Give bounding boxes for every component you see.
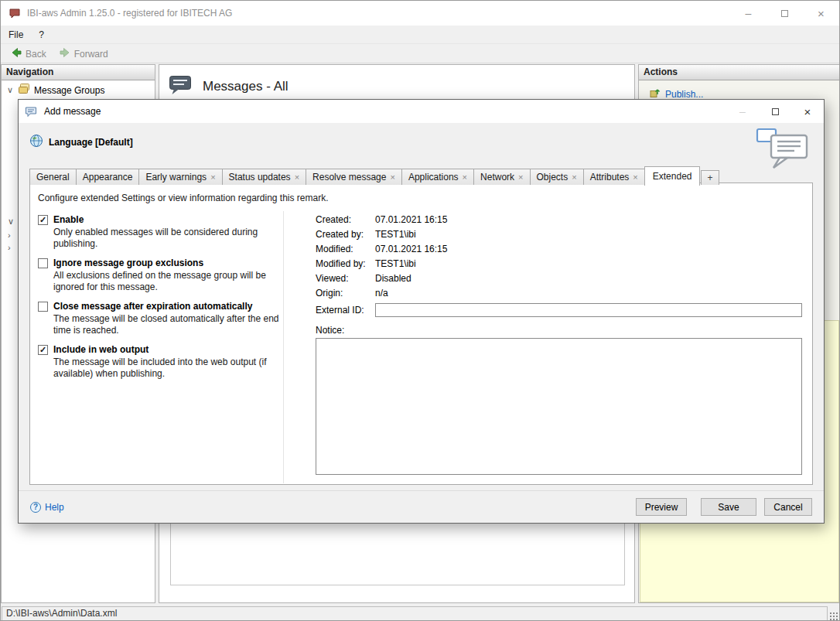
include-web-output-checkbox[interactable]: ✓ <box>38 345 48 355</box>
tab-close-icon[interactable]: × <box>295 173 299 181</box>
tab-general[interactable]: General <box>29 169 77 185</box>
external-id-label: External ID: <box>316 305 375 316</box>
forward-button[interactable]: Forward <box>54 45 113 63</box>
external-id-input[interactable] <box>375 303 802 317</box>
tab-label: Network <box>480 172 514 183</box>
tab-label: Status updates <box>229 172 291 183</box>
navigation-header: Navigation <box>2 65 155 80</box>
info-label: Modified by: <box>316 258 375 269</box>
option-description: The message will be included into the we… <box>53 357 281 380</box>
info-label: Created by: <box>316 229 375 240</box>
close-button[interactable]: × <box>803 1 839 26</box>
window-titlebar: IBI-aws Admin 1.25.0 - registered for IB… <box>1 1 839 26</box>
tab-attributes[interactable]: Attributes× <box>583 169 645 185</box>
dialog-controls: – × <box>726 100 824 123</box>
tab-resolve-message[interactable]: Resolve message× <box>306 169 402 185</box>
tab-label: Objects <box>537 172 569 183</box>
info-row-created: Created:07.01.2021 16:15 <box>316 214 802 229</box>
info-column: Created:07.01.2021 16:15 Created by:TEST… <box>316 214 802 477</box>
info-row-modified: Modified:07.01.2021 16:15 <box>316 244 802 258</box>
help-icon: ? <box>30 502 41 513</box>
tab-status-updates[interactable]: Status updates× <box>222 169 307 185</box>
help-label: Help <box>45 502 64 513</box>
tab-close-icon[interactable]: × <box>390 173 394 181</box>
window-title: IBI-aws Admin 1.25.0 - registered for IB… <box>27 8 232 19</box>
dialog-buttons: Preview Save Cancel <box>636 498 812 516</box>
forward-label: Forward <box>74 49 108 60</box>
forward-arrow-icon <box>59 46 71 61</box>
close-icon: × <box>804 105 811 118</box>
option-label: Enable <box>53 214 281 225</box>
tab-extended[interactable]: Extended <box>644 166 701 186</box>
tab-label: Appearance <box>83 172 133 183</box>
menu-file[interactable]: File <box>1 26 31 43</box>
dialog-maximize-button[interactable] <box>759 100 791 123</box>
notice-textarea[interactable] <box>316 338 802 475</box>
info-value: TEST1\ibi <box>375 229 416 240</box>
option-ignore-exclusions: Ignore message group exclusions All excl… <box>38 258 281 293</box>
preview-button[interactable]: Preview <box>636 498 687 516</box>
back-button[interactable]: Back <box>5 45 51 63</box>
chevron-down-icon[interactable]: ∨ <box>6 85 14 95</box>
tree-item-label: Message Groups <box>34 85 104 96</box>
info-value: 07.01.2021 16:15 <box>375 244 447 254</box>
info-value: n/a <box>375 288 388 299</box>
external-id-row: External ID: <box>316 302 802 317</box>
tab-close-icon[interactable]: × <box>210 173 215 181</box>
save-button[interactable]: Save <box>701 498 756 516</box>
tab-close-icon[interactable]: × <box>633 173 637 181</box>
info-row-modified-by: Modified by:TEST1\ibi <box>316 258 802 273</box>
cancel-button[interactable]: Cancel <box>764 498 812 516</box>
tab-label: Extended <box>653 171 692 182</box>
minimize-button[interactable]: – <box>730 1 767 26</box>
add-message-dialog: Add message – × Language [Default] Gener… <box>18 99 825 524</box>
help-link[interactable]: ? Help <box>30 502 64 513</box>
globe-icon <box>29 134 43 150</box>
info-label: Modified: <box>316 244 375 254</box>
menu-help[interactable]: ? <box>31 26 52 43</box>
enable-checkbox[interactable]: ✓ <box>38 215 48 225</box>
tree-item-message-groups[interactable]: ∨ Message Groups <box>2 80 155 99</box>
chevron-right-icon[interactable]: › <box>8 243 11 252</box>
info-label: Origin: <box>316 288 375 299</box>
resize-grip[interactable] <box>829 612 838 620</box>
options-column: ✓ Enable Only enabled messages will be c… <box>38 214 281 387</box>
option-description: The message will be closed automatically… <box>53 313 281 336</box>
option-label: Include in web output <box>53 344 281 355</box>
publish-link[interactable]: Publish... <box>639 80 840 101</box>
chevron-down-icon[interactable]: ∨ <box>8 217 14 227</box>
tab-label: Early warnings <box>145 172 207 183</box>
window-controls: – × <box>730 1 839 26</box>
tab-early-warnings[interactable]: Early warnings× <box>138 169 222 185</box>
tab-objects[interactable]: Objects× <box>530 169 584 185</box>
tab-label: Applications <box>408 172 459 183</box>
notice-label: Notice: <box>316 325 802 336</box>
tab-close-icon[interactable]: × <box>463 173 467 181</box>
dialog-footer: ? Help Preview Save Cancel <box>19 490 824 523</box>
tab-strip: General Appearance Early warnings× Statu… <box>29 166 719 185</box>
info-row-viewed: Viewed:Disabled <box>316 273 802 288</box>
ignore-exclusions-checkbox[interactable] <box>38 258 48 268</box>
maximize-button[interactable] <box>767 1 803 26</box>
column-divider <box>283 211 284 483</box>
tab-add[interactable]: + <box>701 170 719 185</box>
tab-label: Resolve message <box>312 172 386 183</box>
check-icon: ✓ <box>39 345 46 355</box>
dialog-close-button[interactable]: × <box>791 100 824 123</box>
add-message-icon <box>25 106 38 118</box>
tab-appearance[interactable]: Appearance <box>76 169 140 185</box>
tab-label: Attributes <box>590 172 630 183</box>
tab-applications[interactable]: Applications× <box>401 169 474 185</box>
tab-network[interactable]: Network× <box>473 169 530 185</box>
chevron-right-icon[interactable]: › <box>8 230 11 240</box>
tab-close-icon[interactable]: × <box>572 173 576 181</box>
publish-label: Publish... <box>665 89 703 100</box>
close-after-expiration-checkbox[interactable] <box>38 302 48 312</box>
status-bar: D:\IBI-aws\Admin\Data.xml <box>1 605 839 621</box>
dialog-title: Add message <box>44 106 101 117</box>
tab-close-icon[interactable]: × <box>518 173 523 181</box>
back-arrow-icon <box>10 46 22 61</box>
minimize-icon: – <box>746 7 752 19</box>
info-label: Created: <box>316 214 375 225</box>
info-value: TEST1\ibi <box>375 258 416 269</box>
